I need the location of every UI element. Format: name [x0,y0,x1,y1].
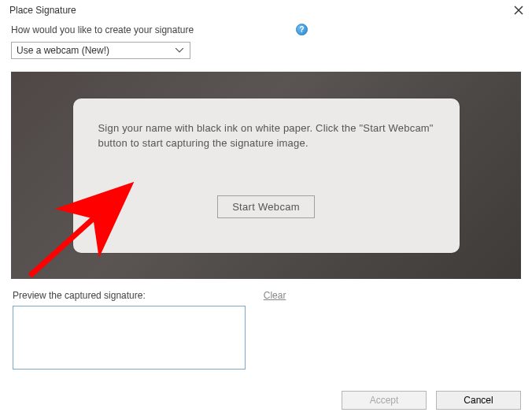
cancel-button[interactable]: Cancel [436,391,521,410]
help-icon[interactable]: ? [296,24,308,35]
title-bar: Place Signature [0,0,532,19]
preview-label: Preview the captured signature: [13,290,146,301]
dialog-title: Place Signature [9,5,76,16]
clear-link[interactable]: Clear [264,290,286,301]
instruction-panel: Sign your name with black ink on white p… [73,98,460,253]
method-dropdown[interactable]: Use a webcam (New!) [11,42,190,59]
method-section: How would you like to create your signat… [0,19,532,61]
accept-button: Accept [342,391,427,410]
preview-header: Preview the captured signature: Clear [0,279,532,304]
close-icon[interactable] [513,5,524,16]
prompt-row: How would you like to create your signat… [11,24,521,35]
start-webcam-button[interactable]: Start Webcam [217,195,315,218]
webcam-preview-area: Sign your name with black ink on white p… [11,72,521,279]
instruction-text: Sign your name with black ink on white p… [98,121,434,151]
dropdown-selected: Use a webcam (New!) [17,45,109,56]
dialog-footer: Accept Cancel [342,391,521,410]
chevron-down-icon [172,43,187,58]
prompt-label: How would you like to create your signat… [11,24,194,35]
preview-box [13,306,246,370]
